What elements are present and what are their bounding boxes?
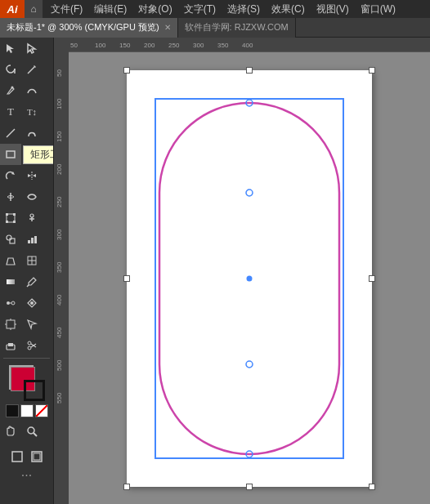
- svg-rect-16: [13, 213, 16, 216]
- screen-mode-2[interactable]: [29, 448, 45, 465]
- handle-top-left[interactable]: [123, 67, 130, 74]
- canvas-content[interactable]: [69, 52, 430, 504]
- menu-effect[interactable]: 效果(C): [267, 0, 310, 18]
- toolbar-row-14: [0, 314, 53, 335]
- swap-colors[interactable]: [6, 404, 19, 417]
- eyedropper-tool[interactable]: [21, 271, 43, 292]
- puppet-warp-tool[interactable]: [21, 207, 43, 229]
- artboard: [127, 70, 372, 487]
- rounded-rect-tool[interactable]: [21, 144, 43, 165]
- svg-text:250: 250: [56, 196, 63, 207]
- magic-wand-tool[interactable]: [21, 59, 43, 80]
- svg-marker-1: [28, 44, 35, 53]
- color-mini-row: [6, 404, 48, 417]
- app-logo: Ai: [0, 0, 25, 18]
- slice-tool[interactable]: [21, 314, 43, 335]
- svg-text:500: 500: [56, 359, 63, 371]
- menu-items: 文件(F) 编辑(E) 对象(O) 文字(T) 选择(S) 效果(C) 视图(V…: [43, 0, 404, 18]
- svg-text:550: 550: [56, 392, 63, 404]
- menu-select[interactable]: 选择(S): [222, 0, 265, 18]
- svg-rect-26: [34, 236, 37, 243]
- svg-marker-11: [28, 174, 31, 177]
- type-tool[interactable]: T: [0, 101, 21, 123]
- main-area: T T↕ 矩形工具 (M): [0, 38, 430, 504]
- svg-point-44: [28, 346, 31, 350]
- pen-tool[interactable]: [0, 80, 21, 101]
- color-area: [0, 362, 53, 421]
- tab-active[interactable]: 未标题-1* @ 300% (CMYK/GPU 预览) ✕: [0, 18, 178, 38]
- curvature-tool[interactable]: [21, 80, 43, 101]
- svg-text:350: 350: [217, 42, 229, 49]
- chart-tool[interactable]: [21, 229, 43, 250]
- toolbar-row-13: [0, 292, 53, 314]
- handle-bottom-right[interactable]: [369, 484, 375, 490]
- svg-text:400: 400: [242, 42, 253, 49]
- lasso-tool[interactable]: [0, 59, 21, 80]
- svg-rect-37: [7, 320, 15, 328]
- width-tool[interactable]: [0, 186, 21, 207]
- toolbar-row-4: T T↕: [0, 101, 53, 123]
- perspective-tool[interactable]: [0, 250, 21, 271]
- gradient-tool[interactable]: [0, 271, 21, 292]
- handle-middle-left[interactable]: [123, 275, 130, 282]
- screen-mode-1[interactable]: [9, 448, 25, 465]
- handle-bottom-left[interactable]: [123, 484, 130, 490]
- hand-tool[interactable]: [0, 421, 21, 442]
- home-icon[interactable]: ⌂: [25, 0, 43, 18]
- menu-edit[interactable]: 编辑(E): [89, 0, 132, 18]
- stroke-color[interactable]: [24, 380, 45, 401]
- menu-view[interactable]: 视图(V): [311, 0, 354, 18]
- svg-line-32: [27, 285, 29, 287]
- mesh-tool[interactable]: [21, 250, 43, 271]
- warp-tool[interactable]: [21, 186, 43, 207]
- tab-inactive[interactable]: 软件自学网: RJZXW.COM: [178, 18, 296, 38]
- shape-builder-tool[interactable]: [0, 229, 21, 250]
- rect-tool[interactable]: 矩形工具 (M): [0, 144, 21, 165]
- menu-object[interactable]: 对象(O): [133, 0, 177, 18]
- svg-marker-12: [33, 174, 36, 177]
- live-paint-tool[interactable]: [21, 292, 43, 314]
- tab-close-active[interactable]: ✕: [164, 23, 171, 32]
- svg-text:300: 300: [56, 229, 63, 240]
- rotate-tool[interactable]: [0, 165, 21, 186]
- handle-bottom-center[interactable]: [246, 484, 253, 490]
- scissors-tool[interactable]: [21, 335, 43, 356]
- svg-text:150: 150: [119, 42, 131, 49]
- eraser-tool[interactable]: [0, 335, 21, 356]
- canvas-area[interactable]: 50 100 150 200 250 300 350 400 50 100 15…: [54, 38, 430, 504]
- handle-top-right[interactable]: [369, 67, 375, 74]
- direct-select-tool[interactable]: [21, 38, 43, 59]
- free-transform-tool[interactable]: [0, 207, 21, 229]
- arrow-tool[interactable]: [0, 38, 21, 59]
- svg-rect-25: [31, 238, 34, 243]
- svg-text:50: 50: [56, 69, 63, 77]
- svg-point-45: [28, 341, 31, 345]
- reflect-tool[interactable]: [21, 165, 43, 186]
- handle-middle-right[interactable]: [369, 275, 375, 282]
- arc-tool[interactable]: [21, 123, 43, 144]
- none-color[interactable]: [35, 404, 48, 417]
- default-colors[interactable]: [20, 404, 34, 417]
- svg-marker-27: [7, 258, 15, 265]
- svg-rect-8: [28, 151, 36, 158]
- artboard-tool[interactable]: [0, 314, 21, 335]
- blend-tool[interactable]: [0, 292, 21, 314]
- color-squares[interactable]: [9, 365, 45, 401]
- svg-line-49: [34, 433, 37, 436]
- menu-file[interactable]: 文件(F): [46, 0, 87, 18]
- svg-rect-43: [8, 343, 13, 346]
- svg-rect-17: [6, 221, 8, 223]
- more-tools-button[interactable]: ···: [18, 465, 35, 486]
- svg-rect-50: [12, 452, 22, 462]
- zoom-tool[interactable]: [21, 421, 43, 442]
- line-tool[interactable]: [0, 123, 21, 144]
- svg-point-19: [30, 214, 34, 217]
- svg-point-48: [28, 427, 34, 434]
- menu-type[interactable]: 文字(T): [179, 0, 221, 18]
- svg-text:450: 450: [56, 327, 63, 338]
- toolbar-row-10: [0, 229, 53, 250]
- ruler-top: 50 100 150 200 250 300 350 400: [54, 38, 430, 52]
- touch-type-tool[interactable]: T↕: [21, 101, 43, 123]
- menu-window[interactable]: 窗口(W): [356, 0, 401, 18]
- handle-top-center[interactable]: [246, 67, 253, 74]
